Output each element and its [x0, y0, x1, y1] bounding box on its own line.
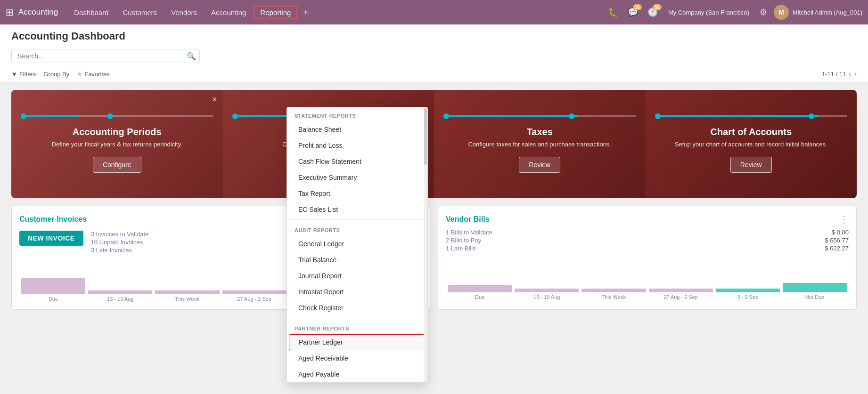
bills-bar-1	[515, 289, 579, 292]
menu-item-balance-sheet[interactable]: Balance Sheet	[287, 121, 427, 137]
apps-icon[interactable]: ⊞	[6, 7, 14, 18]
banner-card-3-title: Taxes	[443, 127, 636, 137]
star-icon: ★	[77, 71, 82, 78]
nav-add-button[interactable]: +	[298, 5, 313, 20]
bills-chart-4: 3 - 9 Sep	[716, 289, 780, 300]
chart-group-2: This Week	[155, 290, 219, 302]
user-name: Mitchell Admin (Aug_001)	[793, 9, 862, 16]
app-brand: Accounting	[18, 8, 58, 17]
invoice-stats: 3 Invoices to Validate 10 Unpaid Invoice…	[91, 231, 149, 254]
menu-item-executive-summary[interactable]: Executive Summary	[287, 169, 427, 185]
bills-chart-0: Due	[448, 285, 512, 300]
chart-label-3: 27 Aug - 2 Sep	[237, 296, 271, 302]
invoices-title: Customer Invoices	[19, 215, 87, 224]
menu-item-check-register[interactable]: Check Register	[287, 300, 427, 316]
nav-item-vendors[interactable]: Vendors	[164, 6, 204, 19]
filters-btn[interactable]: ▼ Filters	[11, 71, 36, 78]
chart-review-btn[interactable]: Review	[730, 157, 772, 173]
menu-item-intrastat[interactable]: Intrastat Report	[287, 284, 427, 300]
banner-card-3-subtitle: Configure taxes for sales and purchase t…	[443, 140, 636, 149]
taxes-review-btn[interactable]: Review	[519, 157, 560, 173]
menu-item-journal-report[interactable]: Journal Report	[287, 268, 427, 284]
prev-page-btn[interactable]: ‹	[849, 70, 851, 78]
chart-group-3: 27 Aug - 2 Sep	[222, 290, 287, 302]
bills-amount-0: $ 0.00	[832, 229, 849, 236]
bug-icon-btn[interactable]: 🐛	[605, 5, 621, 19]
statement-reports-label: Statement Reports	[287, 107, 427, 121]
bills-chart-5: Not Due	[783, 283, 847, 300]
chart-bar-2	[155, 290, 219, 294]
page-count: 1-11 / 11 ‹ ›	[822, 70, 857, 78]
group-by-btn[interactable]: Group By	[43, 71, 69, 78]
progress-bar-3	[443, 115, 636, 117]
menu-item-ec-sales[interactable]: EC Sales List	[287, 201, 427, 217]
bills-pay-link[interactable]: 2 Bills to Pay	[446, 237, 481, 244]
nav-item-accounting[interactable]: Accounting	[205, 6, 253, 19]
banner-card-4-title: Chart of Accounts	[655, 127, 848, 137]
late-invoices-link[interactable]: 3 Late Invoices	[91, 247, 132, 254]
main-content: × Accounting Periods Define your fiscal …	[0, 82, 868, 394]
unpaid-invoices-link[interactable]: 10 Unpaid Invoices	[91, 239, 143, 246]
nav-item-customers[interactable]: Customers	[116, 6, 164, 19]
new-invoice-btn[interactable]: NEW INVOICE	[19, 231, 83, 246]
banner-card-taxes: Taxes Configure taxes for sales and purc…	[434, 90, 646, 198]
banner-card-1-subtitle: Define your fiscal years & tax returns p…	[21, 140, 213, 149]
bills-late-link[interactable]: 1 Late Bills	[446, 245, 476, 252]
bills-label-0: Due	[475, 294, 484, 300]
bills-bar-2	[581, 289, 646, 292]
clock-icon-btn[interactable]: 🕐 50	[645, 5, 661, 19]
menu-divider-2	[287, 318, 427, 318]
page-content: Accounting Dashboard 🔍 ▼ Filters Group B…	[0, 24, 868, 394]
user-avatar[interactable]: M	[774, 5, 789, 20]
bills-chart-2: This Week	[581, 289, 646, 300]
filter-row: ▼ Filters Group By ★ Favorites 1-11 / 11…	[11, 66, 857, 82]
banner-close-btn[interactable]: ×	[212, 95, 217, 105]
bills-bar-3	[649, 289, 713, 292]
chat-badge: 16	[633, 4, 642, 10]
nav-item-dashboard[interactable]: Dashboard	[67, 6, 115, 19]
chart-bar-0	[21, 278, 85, 294]
invoices-to-validate-link[interactable]: 3 Invoices to Validate	[91, 231, 149, 238]
nav-right: 🐛 💬 16 🕐 50 My Company (San Francisco) ⚙…	[605, 5, 862, 20]
bills-label-2: This Week	[602, 294, 626, 300]
menu-divider-1	[287, 219, 427, 220]
chart-label-2: This Week	[175, 296, 200, 302]
bills-amount-2: $ 622.27	[825, 245, 849, 252]
menu-item-general-ledger[interactable]: General Ledger	[287, 236, 427, 252]
menu-item-trial-balance[interactable]: Trial Balance	[287, 252, 427, 268]
reporting-dropdown: Statement Reports Balance Sheet Profit a…	[287, 107, 428, 383]
menu-item-cash-flow[interactable]: Cash Flow Statement	[287, 153, 427, 169]
page-header: Accounting Dashboard 🔍 ▼ Filters Group B…	[0, 24, 868, 82]
bills-amount-1: $ 656.77	[825, 237, 849, 244]
favorites-btn[interactable]: ★ Favorites	[77, 71, 109, 78]
bills-stats: 1 Bills to Validate $ 0.00 2 Bills to Pa…	[446, 229, 849, 252]
partner-reports-label: Partner Reports	[287, 320, 427, 334]
chart-bar-1	[88, 290, 152, 294]
bills-chart-1: 13 - 19 Aug	[515, 289, 579, 300]
chat-icon-btn[interactable]: 💬 16	[625, 5, 641, 19]
audit-reports-label: Audit Reports	[287, 222, 427, 236]
search-icon[interactable]: 🔍	[187, 52, 196, 61]
bills-title: Vendor Bills	[446, 215, 489, 224]
configure-btn[interactable]: Configure	[93, 157, 141, 173]
settings-icon-btn[interactable]: ⚙	[757, 5, 770, 19]
search-box: 🔍	[11, 49, 200, 63]
menu-item-partner-ledger[interactable]: Partner Ledger	[289, 334, 426, 350]
bug-icon: 🐛	[608, 8, 618, 17]
menu-item-tax-report[interactable]: Tax Report	[287, 185, 427, 201]
bills-more-icon[interactable]: ⋮	[839, 214, 849, 225]
dropdown-scrollbar[interactable]	[424, 107, 427, 382]
next-page-btn[interactable]: ›	[854, 70, 857, 78]
company-name: My Company (San Francisco)	[668, 9, 749, 16]
bills-bar-5	[783, 283, 847, 292]
bills-validate-link[interactable]: 1 Bills to Validate	[446, 229, 492, 236]
filter-icon: ▼	[11, 71, 17, 78]
search-input[interactable]	[11, 49, 200, 63]
menu-item-aged-receivable[interactable]: Aged Receivable	[287, 350, 427, 366]
nav-item-reporting[interactable]: Reporting	[254, 6, 297, 19]
bills-bar-4	[716, 289, 780, 292]
bills-stat-2: 1 Late Bills $ 622.27	[446, 245, 849, 252]
bills-section: Vendor Bills ⋮ 1 Bills to Validate $ 0.0…	[438, 206, 857, 310]
menu-item-aged-payable[interactable]: Aged Payable	[287, 366, 427, 382]
menu-item-profit-loss[interactable]: Profit and Loss	[287, 137, 427, 153]
